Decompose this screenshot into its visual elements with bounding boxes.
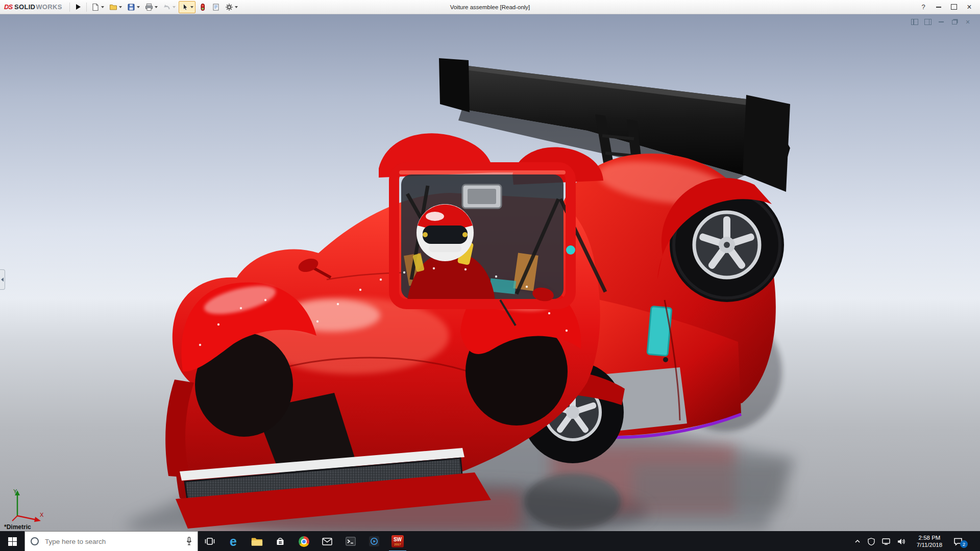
dropdown-caret[interactable] — [155, 6, 158, 8]
browser-icon — [299, 536, 309, 547]
brand-name-bold: SOLID — [14, 3, 35, 11]
triad-y-label: Y — [13, 488, 17, 494]
rear-view-mirror — [462, 185, 501, 208]
graphics-area[interactable]: × Y X *Dimetric — [0, 14, 980, 531]
edge-icon: e — [230, 535, 237, 548]
driver-helmet — [416, 204, 474, 261]
feature-pane-icon[interactable] — [924, 18, 932, 26]
dropdown-caret[interactable] — [235, 6, 238, 8]
taskbar-app-solidworks[interactable]: SW 2017 — [386, 531, 409, 551]
taskbar: e — [0, 531, 980, 551]
microphone-icon[interactable] — [186, 537, 192, 546]
dropdown-caret[interactable] — [190, 6, 193, 8]
dropdown-caret[interactable] — [101, 6, 104, 8]
select-tool-button[interactable] — [179, 1, 195, 13]
view-orientation-label: *Dimetric — [4, 523, 31, 531]
menu-flyout-arrow-icon — [75, 3, 82, 11]
taskbar-app-mail[interactable] — [315, 531, 339, 551]
window-controls: ? × — [916, 0, 980, 14]
store-icon — [275, 536, 285, 546]
clock-date: 7/11/2018 — [917, 541, 942, 548]
options-button[interactable] — [223, 1, 240, 13]
taskbar-app-terminal[interactable] — [339, 531, 362, 551]
rebuild-icon — [199, 3, 207, 11]
windows-logo-icon — [8, 537, 17, 546]
notification-badge: 2 — [960, 540, 968, 548]
shield-icon — [868, 538, 875, 545]
print-icon — [145, 3, 153, 11]
dropdown-caret[interactable] — [119, 6, 122, 8]
taskbar-app-file-explorer[interactable] — [245, 531, 268, 551]
select-cursor-icon — [181, 3, 189, 11]
taskbar-search[interactable] — [24, 531, 198, 551]
taskbar-clock[interactable]: 2:58 PM 7/11/2018 — [913, 534, 946, 548]
volume-tray-button[interactable] — [897, 538, 905, 545]
media-app-icon — [369, 536, 379, 546]
network-tray-button[interactable] — [882, 538, 890, 545]
hidden-icons-button[interactable] — [854, 539, 861, 543]
rebuild-button[interactable] — [197, 1, 209, 13]
save-button[interactable] — [125, 1, 142, 13]
solidworks-logo: DS SOLID WORKS — [0, 0, 67, 14]
chevron-left-icon — [1, 278, 4, 282]
doc-restore-button[interactable] — [950, 18, 959, 26]
help-icon: ? — [921, 3, 925, 11]
file-properties-icon — [212, 3, 220, 11]
fuel-cap — [663, 357, 668, 362]
open-button[interactable] — [107, 1, 124, 13]
solidworks-window: DS SOLID WORKS — [0, 0, 980, 551]
minimize-icon — [936, 7, 941, 8]
print-button[interactable] — [143, 1, 160, 13]
taskbar-app-task-view[interactable] — [198, 531, 222, 551]
feature-manager-collapsed-tab[interactable] — [0, 269, 5, 290]
display-pane-icon[interactable] — [911, 18, 919, 26]
undo-button[interactable] — [161, 1, 178, 13]
close-button[interactable]: × — [962, 0, 977, 14]
action-center-button[interactable]: 2 — [953, 537, 967, 546]
chevron-up-icon — [854, 539, 861, 543]
open-folder-icon — [109, 3, 117, 11]
doc-close-button[interactable]: × — [964, 18, 972, 26]
taskbar-app-store[interactable] — [268, 531, 292, 551]
help-button[interactable]: ? — [916, 0, 931, 14]
separator — [69, 3, 70, 12]
triad-x-label: X — [40, 512, 44, 518]
taskbar-app-media[interactable] — [362, 531, 386, 551]
taskbar-app-browser[interactable] — [292, 531, 315, 551]
save-icon — [127, 3, 135, 11]
volume-icon — [897, 538, 905, 545]
reference-triad: Y X — [8, 487, 46, 524]
maximize-icon — [951, 4, 957, 10]
dropdown-caret[interactable] — [137, 6, 140, 8]
network-icon — [882, 538, 890, 545]
clock-time: 2:58 PM — [919, 534, 941, 541]
separator — [86, 3, 87, 12]
file-explorer-icon — [251, 537, 263, 546]
undo-icon — [163, 3, 171, 11]
cortana-icon — [30, 537, 39, 546]
document-window-controls: × — [911, 18, 972, 26]
security-tray-button[interactable] — [868, 538, 875, 545]
maximize-button[interactable] — [946, 0, 962, 14]
restore-icon — [952, 20, 957, 24]
solidworks-icon: SW 2017 — [391, 535, 404, 547]
doc-minimize-button[interactable] — [937, 18, 945, 26]
system-tray: 2:58 PM 7/11/2018 2 — [854, 531, 980, 551]
start-button[interactable] — [0, 531, 24, 551]
model-scene[interactable] — [0, 14, 980, 531]
brand-name-light: WORKS — [36, 3, 62, 11]
task-view-icon — [204, 536, 215, 546]
dropdown-caret[interactable] — [173, 6, 176, 8]
file-properties-button[interactable] — [210, 1, 222, 13]
new-document-button[interactable] — [89, 1, 106, 13]
taskbar-app-edge[interactable]: e — [222, 531, 245, 551]
terminal-icon — [346, 537, 356, 546]
menu-flyout-button[interactable] — [72, 1, 84, 13]
close-icon: × — [967, 3, 971, 11]
titlebar: DS SOLID WORKS — [0, 0, 980, 14]
minimize-icon — [939, 21, 944, 22]
options-gear-icon — [225, 3, 233, 11]
search-input[interactable] — [44, 537, 181, 546]
ds-logo-mark: DS — [4, 3, 12, 11]
minimize-button[interactable] — [931, 0, 946, 14]
